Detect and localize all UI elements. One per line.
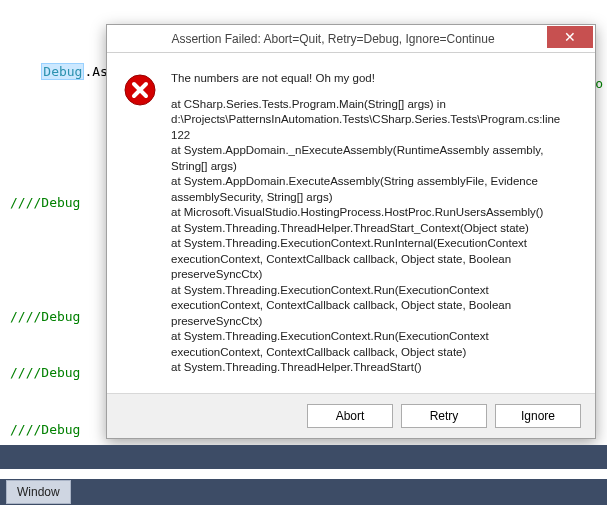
close-icon: ✕: [564, 29, 576, 45]
close-button[interactable]: ✕: [547, 26, 593, 48]
stack-line: at CSharp.Series.Tests.Program.Main(Stri…: [171, 97, 579, 144]
error-icon: [123, 73, 157, 107]
retry-button[interactable]: Retry: [401, 404, 487, 428]
window-tab-button[interactable]: Window: [6, 480, 71, 504]
dialog-body: The numbers are not equal! Oh my god! at…: [107, 53, 595, 393]
assertion-dialog: Assertion Failed: Abort=Quit, Retry=Debu…: [106, 24, 596, 439]
stack-line: at System.Threading.ThreadHelper.ThreadS…: [171, 360, 579, 376]
stack-line: at System.Threading.ExecutionContext.Run…: [171, 236, 579, 283]
dialog-message: The numbers are not equal! Oh my god!: [171, 71, 579, 87]
dialog-text: The numbers are not equal! Oh my god! at…: [171, 71, 579, 379]
status-bar-lower: Window: [0, 479, 607, 505]
stack-line: at System.AppDomain._nExecuteAssembly(Ru…: [171, 143, 579, 174]
bottom-panel: Window: [0, 445, 607, 505]
status-bar-upper: [0, 445, 607, 469]
stack-line: at System.Threading.ThreadHelper.ThreadS…: [171, 221, 579, 237]
ignore-button[interactable]: Ignore: [495, 404, 581, 428]
stack-line: at System.AppDomain.ExecuteAssembly(Stri…: [171, 174, 579, 205]
dialog-title: Assertion Failed: Abort=Quit, Retry=Debu…: [119, 32, 547, 46]
token-debug-class: Debug: [41, 63, 84, 80]
abort-button[interactable]: Abort: [307, 404, 393, 428]
stack-line: at Microsoft.VisualStudio.HostingProcess…: [171, 205, 579, 221]
stack-line: at System.Threading.ExecutionContext.Run…: [171, 283, 579, 330]
dialog-button-row: Abort Retry Ignore: [107, 393, 595, 438]
stack-line: at System.Threading.ExecutionContext.Run…: [171, 329, 579, 360]
dialog-titlebar[interactable]: Assertion Failed: Abort=Quit, Retry=Debu…: [107, 25, 595, 53]
